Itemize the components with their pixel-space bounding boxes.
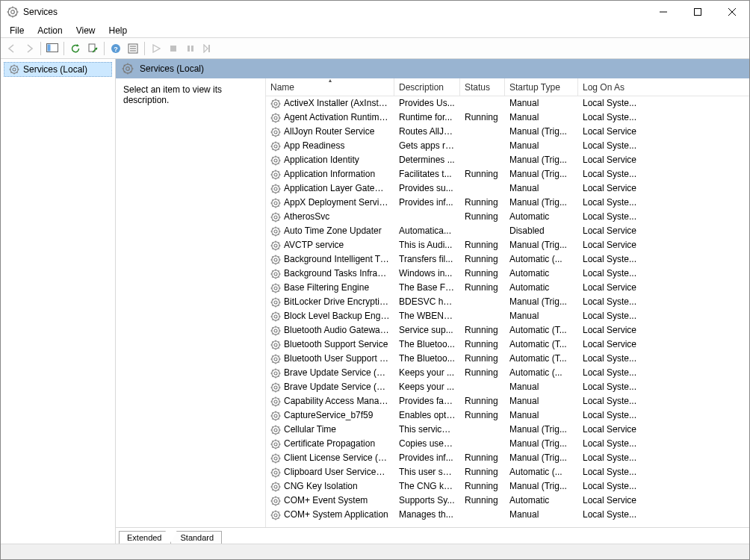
tab-extended[interactable]: Extended bbox=[119, 531, 171, 544]
service-name: Application Identity bbox=[284, 153, 359, 167]
service-row[interactable]: Cellular TimeThis service ...Manual (Tri… bbox=[266, 423, 749, 437]
service-description: The CNG ke... bbox=[394, 479, 460, 494]
toolbar: ? bbox=[1, 38, 749, 59]
service-row[interactable]: BitLocker Drive Encryption ...BDESVC hos… bbox=[266, 295, 749, 309]
gear-icon bbox=[270, 411, 281, 421]
gear-icon bbox=[270, 425, 281, 435]
gear-icon bbox=[270, 99, 281, 109]
service-logon: Local Syste... bbox=[578, 437, 644, 451]
column-header-label: Name bbox=[270, 82, 294, 93]
service-description: Copies user ... bbox=[394, 437, 460, 451]
service-name: App Readiness bbox=[284, 139, 344, 153]
minimize-button[interactable] bbox=[646, 1, 681, 23]
service-logon: Local Service bbox=[578, 238, 644, 252]
menu-help[interactable]: Help bbox=[103, 24, 134, 37]
service-row[interactable]: COM+ System ApplicationManages th...Manu… bbox=[266, 508, 749, 522]
service-logon: Local Syste... bbox=[578, 139, 644, 153]
service-name: Application Layer Gateway ... bbox=[284, 181, 390, 196]
refresh-button[interactable] bbox=[67, 40, 84, 57]
column-header-label: Startup Type bbox=[509, 82, 560, 93]
forward-button[interactable] bbox=[21, 40, 37, 57]
gear-icon bbox=[270, 212, 281, 223]
service-row[interactable]: AtherosSvcRunningAutomaticLocal Syste... bbox=[266, 210, 749, 224]
gear-icon bbox=[270, 326, 281, 336]
service-row[interactable]: Capability Access Manager ...Provides fa… bbox=[266, 394, 749, 408]
content-title: Services (Local) bbox=[140, 63, 204, 74]
maximize-button[interactable] bbox=[681, 1, 715, 23]
column-header-description[interactable]: Description bbox=[394, 78, 460, 96]
tree-item-services-local[interactable]: Services (Local) bbox=[4, 62, 112, 77]
service-description: Provides Us... bbox=[394, 96, 460, 111]
tab-standard[interactable]: Standard bbox=[170, 531, 222, 544]
service-status: Running bbox=[460, 323, 505, 337]
service-row[interactable]: App ReadinessGets apps re...ManualLocal … bbox=[266, 139, 749, 153]
service-logon: Local Service bbox=[578, 125, 644, 139]
menu-view[interactable]: View bbox=[70, 24, 102, 37]
service-name: Base Filtering Engine bbox=[284, 281, 369, 295]
show-hide-tree-button[interactable] bbox=[44, 40, 61, 57]
description-text: Select an item to view its description. bbox=[123, 84, 222, 105]
close-icon bbox=[728, 8, 736, 16]
restart-service-button[interactable] bbox=[199, 40, 216, 57]
gear-icon bbox=[270, 113, 281, 123]
service-row[interactable]: CNG Key IsolationThe CNG ke...RunningMan… bbox=[266, 479, 749, 494]
service-row[interactable]: Base Filtering EngineThe Base Fil...Runn… bbox=[266, 281, 749, 295]
service-logon: Local Service bbox=[578, 494, 644, 508]
services-list: Name ▴ Description Status Startup Type L… bbox=[265, 78, 749, 527]
service-row[interactable]: Agent Activation Runtime_...Runtime for.… bbox=[266, 111, 749, 125]
restart-icon bbox=[202, 44, 213, 53]
service-row[interactable]: Clipboard User Service_b7f59This user se… bbox=[266, 465, 749, 479]
service-startup: Manual bbox=[505, 394, 578, 408]
service-row[interactable]: Application Layer Gateway ...Provides su… bbox=[266, 181, 749, 196]
gear-icon bbox=[270, 496, 281, 506]
service-status: Running bbox=[460, 267, 505, 281]
service-row[interactable]: Application IdentityDetermines ...Manual… bbox=[266, 153, 749, 167]
service-row[interactable]: ActiveX Installer (AxInstSV)Provides Us.… bbox=[266, 96, 749, 111]
service-row[interactable]: AllJoyn Router ServiceRoutes AllJo...Man… bbox=[266, 125, 749, 139]
properties-button[interactable] bbox=[125, 40, 141, 57]
gear-icon bbox=[270, 141, 281, 152]
service-row[interactable]: Auto Time Zone UpdaterAutomatica...Disab… bbox=[266, 224, 749, 238]
service-status: Running bbox=[460, 210, 505, 224]
pause-service-button[interactable] bbox=[182, 40, 199, 57]
menu-action[interactable]: Action bbox=[31, 24, 68, 37]
export-button[interactable] bbox=[84, 40, 101, 57]
service-status: Running bbox=[460, 337, 505, 352]
service-name: AppX Deployment Service (... bbox=[284, 196, 390, 210]
back-button[interactable] bbox=[4, 40, 20, 57]
column-header-startup[interactable]: Startup Type bbox=[505, 78, 578, 96]
service-row[interactable]: Background Tasks Infrastruc...Windows in… bbox=[266, 267, 749, 281]
service-row[interactable]: Bluetooth User Support Ser...The Bluetoo… bbox=[266, 352, 749, 366]
service-logon: Local Service bbox=[578, 323, 644, 337]
service-row[interactable]: AVCTP serviceThis is Audi...RunningManua… bbox=[266, 238, 749, 252]
service-row[interactable]: AppX Deployment Service (...Provides inf… bbox=[266, 196, 749, 210]
service-name: Agent Activation Runtime_... bbox=[284, 111, 390, 125]
tree-icon bbox=[46, 43, 58, 54]
column-header-logon[interactable]: Log On As bbox=[578, 78, 644, 96]
column-header-name[interactable]: Name ▴ bbox=[266, 78, 394, 96]
svg-rect-11 bbox=[695, 9, 701, 16]
tab-row: Extended Standard bbox=[116, 527, 749, 544]
service-row[interactable]: Background Intelligent Tran...Transfers … bbox=[266, 252, 749, 267]
service-row[interactable]: Brave Update Service (brave...Keeps your… bbox=[266, 380, 749, 394]
column-header-status[interactable]: Status bbox=[460, 78, 505, 96]
service-row[interactable]: Block Level Backup Engine ...The WBENG..… bbox=[266, 309, 749, 323]
close-button[interactable] bbox=[715, 1, 749, 23]
service-row[interactable]: COM+ Event SystemSupports Sy...RunningAu… bbox=[266, 494, 749, 508]
stop-service-button[interactable] bbox=[165, 40, 182, 57]
service-row[interactable]: Brave Update Service (brave)Keeps your .… bbox=[266, 366, 749, 380]
start-service-button[interactable] bbox=[148, 40, 164, 57]
service-row[interactable]: Bluetooth Support ServiceThe Bluetoo...R… bbox=[266, 337, 749, 352]
service-row[interactable]: Certificate PropagationCopies user ...Ma… bbox=[266, 437, 749, 451]
service-row[interactable]: CaptureService_b7f59Enables opti...Runni… bbox=[266, 408, 749, 423]
list-rows[interactable]: ActiveX Installer (AxInstSV)Provides Us.… bbox=[266, 96, 749, 527]
service-row[interactable]: Client License Service (ClipS...Provides… bbox=[266, 451, 749, 465]
menu-file[interactable]: File bbox=[4, 24, 30, 37]
gear-icon bbox=[270, 382, 281, 393]
service-startup: Manual (Trig... bbox=[505, 295, 578, 309]
service-row[interactable]: Bluetooth Audio Gateway S...Service sup.… bbox=[266, 323, 749, 337]
help-button[interactable]: ? bbox=[108, 40, 124, 57]
service-status: Running bbox=[460, 408, 505, 423]
service-description: BDESVC hos... bbox=[394, 295, 460, 309]
service-row[interactable]: Application InformationFacilitates t...R… bbox=[266, 167, 749, 181]
